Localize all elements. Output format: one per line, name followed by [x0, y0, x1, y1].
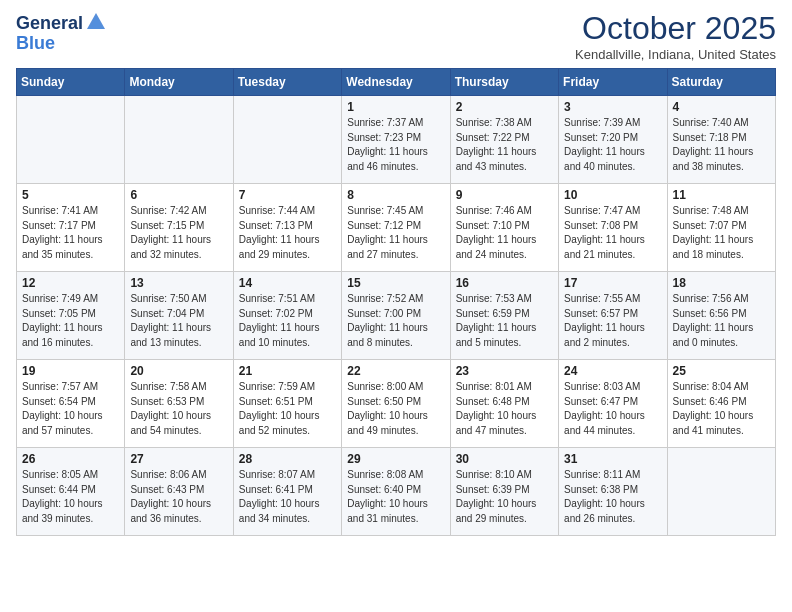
day-info: Sunrise: 7:51 AMSunset: 7:02 PMDaylight:… — [239, 292, 336, 350]
day-number: 11 — [673, 188, 770, 202]
day-number: 24 — [564, 364, 661, 378]
day-number: 20 — [130, 364, 227, 378]
day-cell: 9 Sunrise: 7:46 AMSunset: 7:10 PMDayligh… — [450, 184, 558, 272]
day-info: Sunrise: 7:52 AMSunset: 7:00 PMDaylight:… — [347, 292, 444, 350]
day-info: Sunrise: 7:46 AMSunset: 7:10 PMDaylight:… — [456, 204, 553, 262]
day-info: Sunrise: 8:01 AMSunset: 6:48 PMDaylight:… — [456, 380, 553, 438]
day-cell: 10 Sunrise: 7:47 AMSunset: 7:08 PMDaylig… — [559, 184, 667, 272]
day-number: 21 — [239, 364, 336, 378]
month-title: October 2025 — [575, 10, 776, 47]
week-row-4: 19 Sunrise: 7:57 AMSunset: 6:54 PMDaylig… — [17, 360, 776, 448]
day-number: 13 — [130, 276, 227, 290]
day-info: Sunrise: 8:00 AMSunset: 6:50 PMDaylight:… — [347, 380, 444, 438]
day-number: 10 — [564, 188, 661, 202]
day-number: 8 — [347, 188, 444, 202]
day-info: Sunrise: 7:48 AMSunset: 7:07 PMDaylight:… — [673, 204, 770, 262]
day-cell — [125, 96, 233, 184]
col-header-monday: Monday — [125, 69, 233, 96]
day-info: Sunrise: 7:37 AMSunset: 7:23 PMDaylight:… — [347, 116, 444, 174]
day-info: Sunrise: 7:39 AMSunset: 7:20 PMDaylight:… — [564, 116, 661, 174]
week-row-5: 26 Sunrise: 8:05 AMSunset: 6:44 PMDaylig… — [17, 448, 776, 536]
day-number: 5 — [22, 188, 119, 202]
day-number: 16 — [456, 276, 553, 290]
day-number: 26 — [22, 452, 119, 466]
logo-blue: Blue — [16, 34, 107, 54]
day-cell: 23 Sunrise: 8:01 AMSunset: 6:48 PMDaylig… — [450, 360, 558, 448]
day-cell: 20 Sunrise: 7:58 AMSunset: 6:53 PMDaylig… — [125, 360, 233, 448]
day-cell: 25 Sunrise: 8:04 AMSunset: 6:46 PMDaylig… — [667, 360, 775, 448]
day-info: Sunrise: 8:10 AMSunset: 6:39 PMDaylight:… — [456, 468, 553, 526]
day-info: Sunrise: 7:53 AMSunset: 6:59 PMDaylight:… — [456, 292, 553, 350]
day-info: Sunrise: 7:45 AMSunset: 7:12 PMDaylight:… — [347, 204, 444, 262]
week-row-3: 12 Sunrise: 7:49 AMSunset: 7:05 PMDaylig… — [17, 272, 776, 360]
day-info: Sunrise: 7:44 AMSunset: 7:13 PMDaylight:… — [239, 204, 336, 262]
day-cell: 17 Sunrise: 7:55 AMSunset: 6:57 PMDaylig… — [559, 272, 667, 360]
day-info: Sunrise: 7:59 AMSunset: 6:51 PMDaylight:… — [239, 380, 336, 438]
day-cell: 26 Sunrise: 8:05 AMSunset: 6:44 PMDaylig… — [17, 448, 125, 536]
calendar-header-row: SundayMondayTuesdayWednesdayThursdayFrid… — [17, 69, 776, 96]
day-number: 25 — [673, 364, 770, 378]
day-number: 23 — [456, 364, 553, 378]
day-cell: 21 Sunrise: 7:59 AMSunset: 6:51 PMDaylig… — [233, 360, 341, 448]
day-number: 27 — [130, 452, 227, 466]
day-number: 19 — [22, 364, 119, 378]
day-cell: 2 Sunrise: 7:38 AMSunset: 7:22 PMDayligh… — [450, 96, 558, 184]
title-block: October 2025 Kendallville, Indiana, Unit… — [575, 10, 776, 62]
day-info: Sunrise: 7:40 AMSunset: 7:18 PMDaylight:… — [673, 116, 770, 174]
day-info: Sunrise: 7:47 AMSunset: 7:08 PMDaylight:… — [564, 204, 661, 262]
day-info: Sunrise: 8:03 AMSunset: 6:47 PMDaylight:… — [564, 380, 661, 438]
location: Kendallville, Indiana, United States — [575, 47, 776, 62]
day-number: 28 — [239, 452, 336, 466]
day-cell: 27 Sunrise: 8:06 AMSunset: 6:43 PMDaylig… — [125, 448, 233, 536]
day-info: Sunrise: 8:07 AMSunset: 6:41 PMDaylight:… — [239, 468, 336, 526]
day-number: 4 — [673, 100, 770, 114]
day-cell: 11 Sunrise: 7:48 AMSunset: 7:07 PMDaylig… — [667, 184, 775, 272]
week-row-2: 5 Sunrise: 7:41 AMSunset: 7:17 PMDayligh… — [17, 184, 776, 272]
day-info: Sunrise: 8:06 AMSunset: 6:43 PMDaylight:… — [130, 468, 227, 526]
day-cell: 24 Sunrise: 8:03 AMSunset: 6:47 PMDaylig… — [559, 360, 667, 448]
day-number: 29 — [347, 452, 444, 466]
day-cell: 7 Sunrise: 7:44 AMSunset: 7:13 PMDayligh… — [233, 184, 341, 272]
day-number: 7 — [239, 188, 336, 202]
day-info: Sunrise: 7:42 AMSunset: 7:15 PMDaylight:… — [130, 204, 227, 262]
day-number: 17 — [564, 276, 661, 290]
day-number: 31 — [564, 452, 661, 466]
day-cell — [667, 448, 775, 536]
day-cell: 14 Sunrise: 7:51 AMSunset: 7:02 PMDaylig… — [233, 272, 341, 360]
day-cell: 12 Sunrise: 7:49 AMSunset: 7:05 PMDaylig… — [17, 272, 125, 360]
day-cell: 3 Sunrise: 7:39 AMSunset: 7:20 PMDayligh… — [559, 96, 667, 184]
day-cell: 5 Sunrise: 7:41 AMSunset: 7:17 PMDayligh… — [17, 184, 125, 272]
week-row-1: 1 Sunrise: 7:37 AMSunset: 7:23 PMDayligh… — [17, 96, 776, 184]
day-number: 6 — [130, 188, 227, 202]
day-cell: 31 Sunrise: 8:11 AMSunset: 6:38 PMDaylig… — [559, 448, 667, 536]
day-info: Sunrise: 7:49 AMSunset: 7:05 PMDaylight:… — [22, 292, 119, 350]
day-cell: 30 Sunrise: 8:10 AMSunset: 6:39 PMDaylig… — [450, 448, 558, 536]
day-cell: 19 Sunrise: 7:57 AMSunset: 6:54 PMDaylig… — [17, 360, 125, 448]
day-number: 9 — [456, 188, 553, 202]
day-number: 30 — [456, 452, 553, 466]
header: General Blue October 2025 Kendallville, … — [16, 10, 776, 62]
day-info: Sunrise: 7:50 AMSunset: 7:04 PMDaylight:… — [130, 292, 227, 350]
day-info: Sunrise: 7:56 AMSunset: 6:56 PMDaylight:… — [673, 292, 770, 350]
day-info: Sunrise: 8:05 AMSunset: 6:44 PMDaylight:… — [22, 468, 119, 526]
day-cell: 13 Sunrise: 7:50 AMSunset: 7:04 PMDaylig… — [125, 272, 233, 360]
day-info: Sunrise: 7:38 AMSunset: 7:22 PMDaylight:… — [456, 116, 553, 174]
day-number: 1 — [347, 100, 444, 114]
day-cell: 28 Sunrise: 8:07 AMSunset: 6:41 PMDaylig… — [233, 448, 341, 536]
day-cell: 22 Sunrise: 8:00 AMSunset: 6:50 PMDaylig… — [342, 360, 450, 448]
day-info: Sunrise: 8:11 AMSunset: 6:38 PMDaylight:… — [564, 468, 661, 526]
day-cell: 29 Sunrise: 8:08 AMSunset: 6:40 PMDaylig… — [342, 448, 450, 536]
day-info: Sunrise: 7:55 AMSunset: 6:57 PMDaylight:… — [564, 292, 661, 350]
day-cell: 1 Sunrise: 7:37 AMSunset: 7:23 PMDayligh… — [342, 96, 450, 184]
day-number: 12 — [22, 276, 119, 290]
day-cell — [233, 96, 341, 184]
col-header-tuesday: Tuesday — [233, 69, 341, 96]
day-info: Sunrise: 7:41 AMSunset: 7:17 PMDaylight:… — [22, 204, 119, 262]
col-header-sunday: Sunday — [17, 69, 125, 96]
logo-icon — [85, 11, 107, 33]
day-number: 22 — [347, 364, 444, 378]
day-cell: 16 Sunrise: 7:53 AMSunset: 6:59 PMDaylig… — [450, 272, 558, 360]
day-info: Sunrise: 7:58 AMSunset: 6:53 PMDaylight:… — [130, 380, 227, 438]
col-header-wednesday: Wednesday — [342, 69, 450, 96]
day-info: Sunrise: 7:57 AMSunset: 6:54 PMDaylight:… — [22, 380, 119, 438]
